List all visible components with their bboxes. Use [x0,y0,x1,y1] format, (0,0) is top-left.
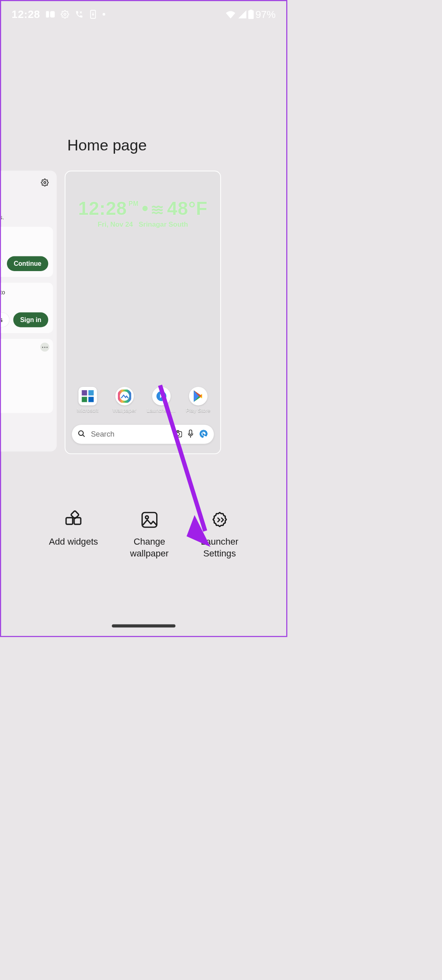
widgets-icon [64,510,83,530]
dismiss-button[interactable]: ismiss [0,312,9,327]
feed-page-preview[interactable]: on ents, and to-do lists. ult launcher f… [0,171,57,452]
sign-in-button[interactable]: Sign in [13,312,49,327]
dismiss-button[interactable]: miss [0,256,3,271]
folder-icon [78,387,97,406]
gesture-nav-bar[interactable] [112,624,175,627]
wallpaper-app-icon [115,387,134,406]
widget-temp: 48°F [167,198,208,219]
wifi-icon [225,10,236,19]
svg-point-6 [44,181,46,183]
app-play-store[interactable]: Play Store [182,387,214,414]
svg-rect-17 [189,430,192,434]
feed-card-default-launcher: ult launcher for an . miss Continue [0,227,53,277]
clock-weather-widget[interactable]: 12:28 PM • 48°F Fri, Nov 24 Srinagar Sou… [66,198,221,229]
svg-rect-1 [50,11,55,18]
app-microsoft-folder[interactable]: Microsoft [72,387,104,414]
more-notifications-dot [103,13,106,16]
phone-missed-icon [75,10,84,19]
feed-card-text: ult launcher for an [0,233,48,241]
action-label: LauncherSettings [201,536,238,559]
play-store-icon [189,387,208,406]
svg-rect-11 [88,397,93,402]
feed-subtitle: ents, and to-do lists. [0,214,53,221]
svg-rect-8 [82,390,87,395]
widget-location: Srinagar South [139,220,188,228]
svg-point-14 [79,431,83,435]
status-bar: 12:28 97% [1,1,286,28]
change-wallpaper-button[interactable]: Changewallpaper [130,510,169,559]
svg-point-16 [176,433,179,436]
camera-icon[interactable] [174,430,182,439]
launcher-actions-row: Add widgets Changewallpaper LauncherSett… [1,510,286,559]
svg-point-2 [64,13,66,15]
action-label: Add widgets [49,536,98,547]
svg-rect-0 [46,11,49,18]
launcher-settings-button[interactable]: LauncherSettings [201,510,238,559]
feed-settings-icon[interactable] [41,179,49,188]
svg-rect-10 [82,397,87,402]
bing-icon[interactable] [199,429,208,439]
svg-rect-21 [142,512,157,527]
status-time: 12:28 [12,8,40,20]
search-placeholder: Search [91,430,168,439]
feed-greeting: on [0,198,53,212]
feed-card-text: fingertips. Sign in to [0,289,48,296]
feed-card-appointments: ⋯ ntments [0,339,53,413]
mic-icon[interactable] [188,430,194,439]
app-launcher[interactable]: Launcher … [146,387,177,414]
page-title: Home page [67,136,147,154]
launcher-settings-icon [210,510,229,530]
svg-rect-4 [248,10,254,19]
weather-waves-icon [152,198,166,219]
home-app-row: Microsoft Wallpaper Launcher … Play Stor… [66,387,221,414]
battery-percentage: 97% [256,9,276,20]
home-search-bar[interactable]: Search [72,425,214,444]
feed-card-signin: fingertips. Sign in to ismiss Sign in [0,283,53,333]
svg-rect-9 [88,390,93,395]
launcher-app-icon [152,387,171,406]
widget-time: 12:28 [78,198,127,219]
card-more-icon[interactable]: ⋯ [40,342,49,351]
widget-separator: • [140,198,150,219]
cellular-icon [237,10,246,19]
search-icon [77,430,86,439]
notif-id-icon [46,11,55,18]
widget-date: Fri, Nov 24 [98,220,133,228]
svg-point-22 [146,516,148,519]
widget-ampm: PM [128,200,139,207]
svg-rect-18 [66,518,73,524]
gear-icon [61,10,69,19]
home-page-preview[interactable]: 12:28 PM • 48°F Fri, Nov 24 Srinagar Sou… [65,171,221,455]
download-icon [89,10,97,19]
svg-rect-5 [250,9,252,11]
add-widgets-button[interactable]: Add widgets [49,510,98,559]
battery-icon [248,9,254,19]
action-label: Changewallpaper [130,536,169,559]
home-screen-preview-row: on ents, and to-do lists. ult launcher f… [1,171,286,455]
wallpaper-icon [140,510,159,530]
continue-button[interactable]: Continue [7,256,48,271]
app-wallpaper[interactable]: Wallpaper [108,387,140,414]
